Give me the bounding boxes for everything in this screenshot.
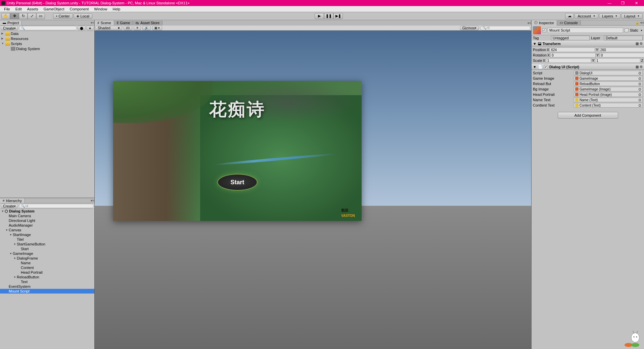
menu-gameobject[interactable]: GameObject xyxy=(41,7,67,11)
hierarchy-item[interactable]: Titel xyxy=(0,237,94,242)
minimize-button[interactable]: — xyxy=(603,0,616,6)
dialogui-reload but-field[interactable]: ReloadButton ⊙ xyxy=(574,81,643,86)
project-create-button[interactable]: Create ▾ xyxy=(1,26,18,30)
rotate-tool[interactable]: ↻ xyxy=(19,13,28,19)
layers-dropdown[interactable]: Layers ▼ xyxy=(599,13,620,19)
audio-toggle-icon[interactable]: 🔊 xyxy=(142,26,151,30)
menu-component[interactable]: Component xyxy=(67,7,91,11)
project-search-input[interactable]: 🔍 xyxy=(19,26,77,30)
hierarchy-item[interactable]: Text xyxy=(0,279,94,284)
menu-assets[interactable]: Assets xyxy=(25,7,41,11)
hierarchy-item[interactable]: ▼StartGameButton xyxy=(0,242,94,246)
pivot-center-toggle[interactable]: ▪ Center xyxy=(53,13,73,19)
project-tab[interactable]: ▬ Project xyxy=(0,21,22,25)
project-filter-icon[interactable]: ⬤ xyxy=(78,26,86,30)
fx-toggle-icon[interactable]: ▦ ▾ xyxy=(152,26,163,30)
inspector-options-icon[interactable]: 🔒 ▾≡ xyxy=(635,21,644,25)
object-name-input[interactable] xyxy=(548,28,623,33)
2d-toggle[interactable]: 2D xyxy=(124,26,132,30)
scene-view[interactable]: 花痴诗 Start 魁拔 VASTON xyxy=(95,31,531,349)
hierarchy-item[interactable]: ▼DialogFrame xyxy=(0,256,94,261)
pivot-local-toggle[interactable]: ◈ Local xyxy=(74,13,92,19)
transform-component-header[interactable]: ▼ ⬓ Transform ▦ ⚙ xyxy=(532,41,644,46)
start-game-button[interactable]: Start xyxy=(217,174,258,191)
shaded-dropdown[interactable]: Shaded ▾ xyxy=(95,26,122,30)
project-options-icon[interactable]: ▾≡ xyxy=(91,21,94,25)
hierarchy-item[interactable]: ▼StartImage xyxy=(0,232,94,237)
transform-position-y[interactable] xyxy=(599,47,644,52)
layer-dropdown[interactable]: Default xyxy=(604,36,643,40)
hierarchy-item[interactable]: AudioManager xyxy=(0,223,94,228)
project-item[interactable]: Dialog System xyxy=(0,46,94,51)
project-item[interactable]: ▼Scripts xyxy=(0,41,94,46)
hierarchy-item[interactable]: ▼ReloadButton xyxy=(0,275,94,279)
dialogui-bg image-field[interactable]: GameImage (Image) ⊙ xyxy=(574,87,643,91)
tab-game[interactable]: € Game xyxy=(114,21,133,25)
rect-tool[interactable]: ▭ xyxy=(36,13,45,19)
light-toggle-icon[interactable]: ☀ xyxy=(134,26,141,30)
dialogui-script-field[interactable]: DialogUI ⊙ xyxy=(574,71,643,75)
hierarchy-item[interactable]: Name xyxy=(0,261,94,265)
hierarchy-item[interactable]: Mount Script xyxy=(0,289,94,294)
static-checkbox[interactable] xyxy=(625,28,629,32)
project-item[interactable]: ▶Data xyxy=(0,31,94,36)
transform-rotation-y[interactable] xyxy=(600,53,644,57)
dialogui-head portrait-field[interactable]: Head Portrait (Image) ⊙ xyxy=(574,92,643,97)
transform-scale-x[interactable] xyxy=(546,58,591,63)
scene-search-input[interactable]: 🔍All xyxy=(480,26,531,30)
hierarchy-item[interactable]: EventSystem xyxy=(0,284,94,289)
step-button[interactable]: ▶❚ xyxy=(333,13,343,19)
hierarchy-options-icon[interactable]: ▾≡ xyxy=(91,199,94,202)
hierarchy-item[interactable]: Directional Light xyxy=(0,218,94,223)
menubar: File Edit Assets GameObject Component Wi… xyxy=(0,6,644,12)
dialogui-component-header[interactable]: ▼ 📄 ✓ Dialog UI (Script) ▦ ⚙ xyxy=(532,64,644,70)
tag-dropdown[interactable]: Untagged xyxy=(551,36,590,40)
hierarchy-search-input[interactable]: 🔍All xyxy=(19,204,94,208)
scale-tool[interactable]: ⤢ xyxy=(28,13,36,19)
maximize-button[interactable]: ❐ xyxy=(616,0,629,6)
menu-edit[interactable]: Edit xyxy=(13,7,25,11)
dialogui-game image-field[interactable]: GameImage ⊙ xyxy=(574,76,643,81)
hierarchy-item[interactable]: Content xyxy=(0,265,94,270)
hierarchy-tab[interactable]: ≡ Hierarchy xyxy=(0,198,25,203)
scene-options-icon[interactable]: ▾≡ xyxy=(527,21,531,25)
cloud-button[interactable]: ☁ xyxy=(565,13,574,19)
tab-scene[interactable]: # Scene xyxy=(95,21,114,25)
hierarchy-item[interactable]: Main Camera xyxy=(0,214,94,218)
hierarchy-item[interactable]: ▼⬡Dialog System xyxy=(0,209,94,214)
gameobject-icon[interactable] xyxy=(533,26,541,34)
scene-ground xyxy=(95,206,531,349)
hierarchy-item[interactable]: Head Portrait xyxy=(0,270,94,275)
hand-tool[interactable]: ✋ xyxy=(1,13,10,19)
hierarchy-create-button[interactable]: Create ▾ xyxy=(1,204,18,208)
menu-file[interactable]: File xyxy=(1,7,13,11)
hierarchy-item[interactable]: ▼Canvas xyxy=(0,228,94,232)
pause-button[interactable]: ❚❚ xyxy=(324,13,333,19)
inspector-tab[interactable]: ⓘ Inspector xyxy=(532,20,557,26)
transform-gear-icon[interactable]: ▦ ⚙ xyxy=(636,42,643,45)
active-checkbox[interactable]: ✓ xyxy=(542,28,546,32)
transform-position-x[interactable] xyxy=(550,47,595,52)
hierarchy-item[interactable]: ▼GameImage xyxy=(0,251,94,256)
close-button[interactable]: ✕ xyxy=(630,0,643,6)
project-filter2-icon[interactable]: ★ xyxy=(86,26,94,30)
account-dropdown[interactable]: Account ▼ xyxy=(574,13,598,19)
dialogui-name text-field[interactable]: Name (Text) ⊙ xyxy=(574,98,643,102)
play-button[interactable]: ▶ xyxy=(315,13,324,19)
transform-rotation-x[interactable] xyxy=(550,53,596,57)
move-tool[interactable]: ✥ xyxy=(10,13,19,19)
menu-window[interactable]: Window xyxy=(91,7,110,11)
console-tab[interactable]: ▭ Console xyxy=(557,21,581,25)
dialogui-conttent text-field[interactable]: Content (Text) ⊙ xyxy=(574,103,643,108)
static-dropdown-icon[interactable]: ▼ xyxy=(640,29,643,32)
project-item[interactable]: ▶Resources xyxy=(0,36,94,41)
menu-help[interactable]: Help xyxy=(110,7,123,11)
tab-asset-store[interactable]: 🛍 Asset Store xyxy=(133,21,163,25)
hierarchy-item[interactable]: Start xyxy=(0,246,94,251)
transform-scale-y[interactable] xyxy=(595,58,640,63)
component-enable-checkbox[interactable]: ✓ xyxy=(544,65,548,69)
layout-dropdown[interactable]: Layout ▼ xyxy=(621,13,643,19)
dialogui-gear-icon[interactable]: ▦ ⚙ xyxy=(636,65,643,69)
add-component-button[interactable]: Add Component xyxy=(558,112,618,119)
gizmos-dropdown[interactable]: Gizmos ▾ xyxy=(460,26,479,30)
